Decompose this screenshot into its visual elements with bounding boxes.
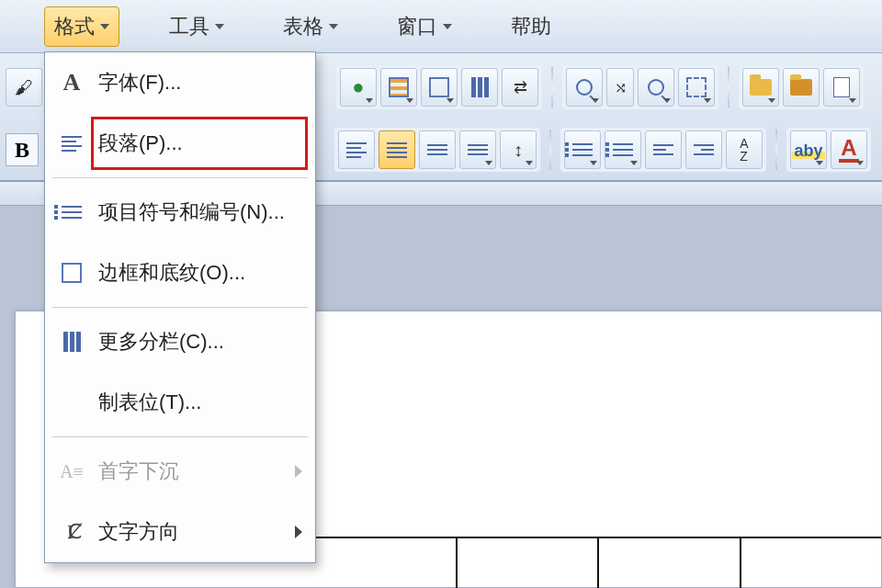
menu-item-paragraph[interactable]: 段落(P)... (45, 113, 315, 174)
bold-icon: B (15, 138, 29, 163)
format-painter-button[interactable]: 🖌 (6, 68, 42, 107)
dropcap-icon: A≡ (58, 461, 85, 482)
chevron-down-icon (366, 98, 373, 103)
chevron-down-icon (406, 98, 413, 103)
toolbar-group-view: ⤭ (562, 65, 718, 109)
menu-item-tabs-label: 制表位(T)... (98, 389, 201, 416)
menu-window[interactable]: 窗口 (388, 7, 461, 46)
chevron-down-icon (590, 161, 597, 165)
toolbar-group-objects: ● ⇄ (336, 65, 542, 109)
align-distributed-button[interactable] (419, 130, 456, 169)
magnifier-icon (576, 79, 593, 96)
grid-icon (429, 77, 449, 97)
columns-icon (58, 332, 85, 352)
menu-tools-label: 工具 (169, 13, 209, 40)
toolbar-group-align: ↕ (334, 128, 540, 172)
document-icon (833, 77, 850, 97)
menu-item-dropcap-label: 首字下沉 (98, 458, 179, 485)
menu-item-font[interactable]: A 字体(F)... (45, 52, 315, 113)
increase-indent-button[interactable] (685, 130, 722, 169)
menu-tools[interactable]: 工具 (160, 7, 233, 46)
chevron-down-icon (447, 98, 454, 103)
menu-format-label: 格式 (54, 13, 95, 40)
columns-icon (471, 77, 489, 97)
find-button[interactable] (566, 68, 603, 107)
menu-item-font-label: 字体(F)... (98, 69, 181, 96)
chevron-down-icon (856, 161, 864, 165)
menu-bar: 格式 工具 表格 窗口 帮助 (0, 0, 882, 53)
menu-help[interactable]: 帮助 (502, 7, 560, 46)
align-left-button[interactable] (338, 130, 375, 169)
align-justify-button[interactable] (379, 130, 415, 169)
menu-item-borders-label: 边框和底纹(O)... (98, 259, 245, 287)
menu-separator (52, 436, 308, 437)
menu-table[interactable]: 表格 (274, 7, 347, 46)
chevron-down-icon (704, 98, 711, 103)
chevron-down-icon (663, 98, 671, 103)
numbered-list-button[interactable] (564, 130, 601, 169)
numbered-list-icon (572, 143, 593, 156)
menu-window-label: 窗口 (397, 13, 437, 40)
toolbar-separator (728, 67, 729, 107)
menu-item-dropcap: A≡ 首字下沉 (45, 441, 315, 502)
export-button[interactable] (823, 68, 860, 107)
folder-icon (750, 79, 772, 96)
chevron-down-icon (592, 98, 599, 103)
selection-icon (686, 77, 707, 97)
chevron-down-icon (329, 24, 338, 29)
paragraph-icon (58, 136, 85, 152)
line-spacing-button[interactable]: ↕ (500, 130, 537, 169)
menu-item-borders[interactable]: 边框和底纹(O)... (45, 243, 315, 303)
align-left-icon (346, 142, 367, 158)
replace-button[interactable]: ⤭ (606, 68, 634, 107)
menu-item-bullets[interactable]: 项目符号和编号(N)... (45, 182, 315, 243)
table-grid-icon (389, 77, 409, 97)
chevron-down-icon (100, 24, 109, 29)
toolbar-separator (549, 130, 551, 170)
table-cell[interactable] (599, 538, 741, 588)
chevron-down-icon (816, 161, 823, 165)
menu-separator (52, 177, 308, 178)
insert-object-button[interactable]: ● (340, 68, 377, 107)
menu-table-label: 表格 (283, 13, 323, 40)
select-all-button[interactable] (678, 68, 715, 107)
save-button[interactable] (783, 68, 820, 107)
indent-icon (468, 144, 488, 155)
menu-item-tabs[interactable]: 制表位(T)... (45, 372, 315, 433)
align-justify-icon (387, 142, 407, 158)
menu-item-textdir-label: 文字方向 (98, 518, 179, 546)
text-direction-icon: llȻ (58, 520, 85, 544)
submenu-arrow-icon (295, 465, 302, 478)
toolbar-separator (775, 130, 777, 170)
bulleted-list-button[interactable] (605, 130, 641, 169)
menu-item-columns[interactable]: 更多分栏(C)... (45, 311, 315, 372)
columns-button[interactable] (461, 68, 498, 107)
bullet-list-icon (613, 143, 633, 156)
menu-format[interactable]: 格式 (44, 6, 119, 47)
text-direction-button[interactable]: ⇄ (502, 68, 538, 107)
font-color-button[interactable]: A (831, 130, 867, 169)
decrease-indent-icon (653, 144, 673, 155)
menu-item-textdir[interactable]: llȻ 文字方向 (45, 502, 315, 562)
toolbar-group-file (739, 65, 864, 109)
document-table[interactable] (315, 537, 881, 588)
indent-button[interactable] (459, 130, 496, 169)
format-dropdown-menu: A 字体(F)... 段落(P)... 项目符号和编号(N)... 边框和底纹(… (44, 51, 316, 563)
menu-item-columns-label: 更多分栏(C)... (98, 328, 224, 356)
highlight-button[interactable]: aby (790, 130, 827, 169)
insert-table-button[interactable] (380, 68, 417, 107)
open-button[interactable] (742, 68, 779, 107)
chevron-down-icon (630, 161, 638, 165)
table-cell[interactable] (315, 538, 458, 588)
font-icon: A (58, 69, 85, 96)
table-cell[interactable] (741, 538, 882, 588)
decrease-indent-button[interactable] (645, 130, 682, 169)
menu-separator (52, 307, 308, 308)
table-cell[interactable] (458, 538, 600, 588)
insert-grid-button[interactable] (421, 68, 458, 107)
bold-button[interactable]: B (6, 133, 39, 166)
sort-button[interactable]: A Z (726, 130, 763, 169)
zoom-button[interactable] (638, 68, 674, 107)
menu-item-paragraph-label: 段落(P)... (98, 130, 183, 157)
chevron-down-icon (526, 161, 533, 165)
